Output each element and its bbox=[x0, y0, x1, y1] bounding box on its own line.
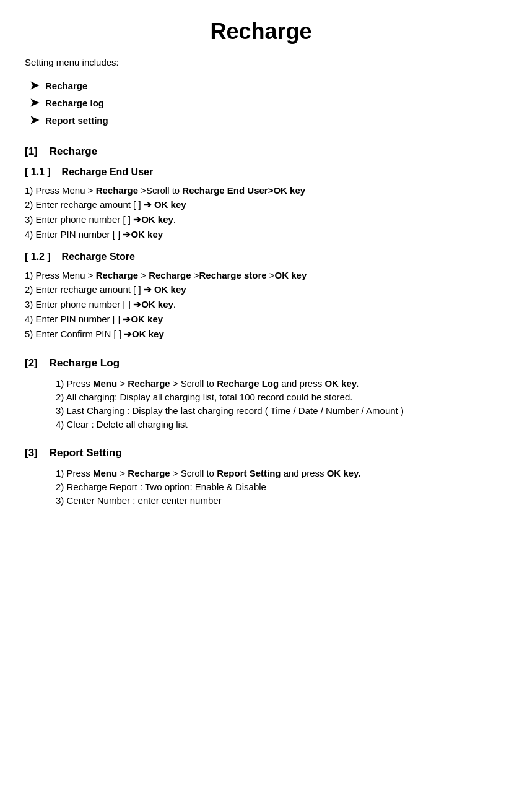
menu-item-recharge: ➤ Recharge bbox=[30, 79, 497, 92]
step-1.2-5: 5) Enter Confirm PIN [ ] ➔OK key bbox=[25, 329, 497, 340]
step-1.2-4: 4) Enter PIN number [ ] ➔OK key bbox=[25, 314, 497, 325]
menu-item-report-setting: ➤ Report setting bbox=[30, 113, 497, 127]
indent-step-2-3: 3) Last Charging : Display the last char… bbox=[56, 405, 497, 416]
menu-item-label-1: Recharge bbox=[45, 80, 87, 91]
section-heading-1: [1] Recharge bbox=[25, 145, 497, 158]
step-1.2-1: 1) Press Menu > Recharge > Recharge >Rec… bbox=[25, 270, 497, 280]
section-2: [2] Recharge Log1) Press Menu > Recharge… bbox=[25, 357, 497, 430]
section-heading-3: [3] Report Setting bbox=[25, 447, 497, 459]
steps-list-1.1: 1) Press Menu > Recharge >Scroll to Rech… bbox=[25, 185, 497, 240]
intro-text: Setting menu includes: bbox=[25, 57, 497, 67]
step-1.2-2: 2) Enter recharge amount [ ] ➔ OK key bbox=[25, 284, 497, 295]
bullet-icon-2: ➤ bbox=[30, 96, 39, 110]
sections-container: [1] Recharge[ 1.1 ] Recharge End User1) … bbox=[25, 145, 497, 506]
indent-step-3-1: 1) Press Menu > Recharge > Scroll to Rep… bbox=[56, 468, 497, 478]
step-1.1-4: 4) Enter PIN number [ ] ➔OK key bbox=[25, 229, 497, 240]
indent-step-3-2: 2) Recharge Report : Two option: Enable … bbox=[56, 482, 497, 492]
menu-item-recharge-log: ➤ Recharge log bbox=[30, 96, 497, 110]
step-1.1-2: 2) Enter recharge amount [ ] ➔ OK key bbox=[25, 199, 497, 210]
menu-item-label-3: Report setting bbox=[45, 115, 108, 126]
indent-step-2-4: 4) Clear : Delete all charging list bbox=[56, 419, 497, 430]
steps-list-1.2: 1) Press Menu > Recharge > Recharge >Rec… bbox=[25, 270, 497, 340]
menu-item-label-2: Recharge log bbox=[45, 98, 104, 108]
bullet-icon-3: ➤ bbox=[30, 113, 39, 127]
bullet-icon-1: ➤ bbox=[30, 79, 39, 92]
subsection-heading-1.1: [ 1.1 ] Recharge End User bbox=[25, 166, 497, 178]
section-heading-2: [2] Recharge Log bbox=[25, 357, 497, 369]
indent-steps-2: 1) Press Menu > Recharge > Scroll to Rec… bbox=[25, 378, 497, 430]
step-1.1-3: 3) Enter phone number [ ] ➔OK key. bbox=[25, 214, 497, 225]
indent-step-3-3: 3) Center Number : enter center number bbox=[56, 495, 497, 506]
page-title: Recharge bbox=[25, 19, 497, 45]
subsection-heading-1.2: [ 1.2 ] Recharge Store bbox=[25, 251, 497, 262]
section-1: [1] Recharge[ 1.1 ] Recharge End User1) … bbox=[25, 145, 497, 340]
menu-list: ➤ Recharge ➤ Recharge log ➤ Report setti… bbox=[25, 79, 497, 127]
indent-step-2-2: 2) All charging: Display all charging li… bbox=[56, 392, 497, 402]
step-1.2-3: 3) Enter phone number [ ] ➔OK key. bbox=[25, 299, 497, 310]
step-1.1-1: 1) Press Menu > Recharge >Scroll to Rech… bbox=[25, 185, 497, 196]
subsection-1.2: [ 1.2 ] Recharge Store1) Press Menu > Re… bbox=[25, 251, 497, 340]
indent-step-2-1: 1) Press Menu > Recharge > Scroll to Rec… bbox=[56, 378, 497, 389]
indent-steps-3: 1) Press Menu > Recharge > Scroll to Rep… bbox=[25, 468, 497, 506]
section-3: [3] Report Setting1) Press Menu > Rechar… bbox=[25, 447, 497, 506]
subsection-1.1: [ 1.1 ] Recharge End User1) Press Menu >… bbox=[25, 166, 497, 240]
